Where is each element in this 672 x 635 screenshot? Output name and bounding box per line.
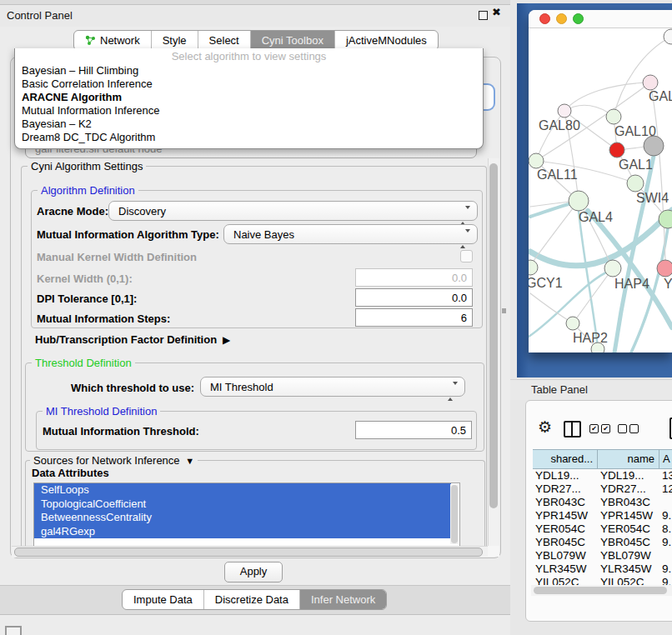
network-node-gcy1[interactable] [529, 260, 538, 275]
cyni-algorithm-settings-title: Cyni Algorithm Settings [28, 160, 146, 172]
network-node-y[interactable] [657, 260, 672, 277]
splitter-handle[interactable] [502, 308, 506, 313]
manual-kernel-checkbox[interactable] [460, 250, 473, 262]
table-panel-header: Table Panel [510, 379, 672, 400]
table-row[interactable]: YDR27...YDR27...12 [533, 482, 672, 496]
checked-box-icon: ✔ [589, 424, 599, 433]
cell [659, 496, 672, 509]
table-horizontal-scrollbar[interactable] [531, 585, 672, 596]
algorithm-option-dream8-dc-tdc-algorithm[interactable]: Dream8 DC_TDC Algorithm [15, 131, 483, 144]
aracne-mode-combo[interactable]: Discovery [108, 201, 478, 221]
tab-jactivemnodules[interactable]: jActiveMNodules [334, 31, 438, 50]
network-node-gal1[interactable] [609, 142, 624, 158]
attribute-item-gal4rgexp[interactable]: gal4RGexp [34, 525, 451, 539]
tab-impute-data-label: Impute Data [133, 590, 193, 609]
network-node-gal80[interactable] [558, 104, 571, 118]
tab-cyni-toolbox[interactable]: Cyni Toolbox [250, 31, 334, 50]
table-row[interactable]: YDL19...YDL19...13 [533, 469, 672, 482]
node-table-header: shared...nameA [533, 449, 672, 469]
network-node-swi4[interactable] [627, 175, 644, 192]
cell: YLR345W [533, 562, 598, 576]
cell: YBR043C [598, 496, 659, 509]
zoom-window-icon[interactable] [573, 13, 584, 24]
table-row[interactable]: YBL079WYBL079W [533, 549, 672, 562]
cell: YDL19... [533, 469, 598, 482]
scrollbar-thumb[interactable] [534, 587, 667, 594]
network-node-gal4[interactable] [569, 191, 589, 211]
network-edge [614, 37, 671, 117]
tab-style[interactable]: Style [151, 31, 198, 50]
gear-button[interactable]: ⚙ [538, 419, 552, 435]
dpi-tolerance-field[interactable]: 0.0 [355, 288, 473, 307]
table-row[interactable]: YBR045CYBR045C9. [533, 536, 672, 549]
kernel-width-field[interactable]: 0.0 [355, 268, 473, 287]
scrollbar-thumb[interactable] [489, 163, 498, 508]
column-header-name[interactable]: name [598, 450, 659, 468]
network-node-gal10[interactable] [606, 109, 621, 124]
attribute-item-selfloops[interactable]: SelfLoops [34, 483, 451, 498]
table-row[interactable]: YBR043CYBR043C [533, 496, 672, 509]
algorithm-option-bayesian-hill-climbing[interactable]: Bayesian – Hill Climbing [15, 64, 483, 78]
split-columns-button[interactable] [564, 421, 581, 438]
deselect-all-columns-button[interactable] [618, 424, 639, 433]
node-label-gal4: GAL4 [579, 210, 613, 224]
spinner-arrows-icon [460, 206, 470, 225]
list-scrollbar[interactable] [450, 484, 459, 544]
table-row[interactable]: YPR145WYPR145W9. [533, 509, 672, 522]
settings-vertical-scrollbar[interactable] [488, 158, 499, 546]
cell: YPR145W [533, 509, 598, 522]
minimize-window-icon[interactable] [556, 13, 567, 24]
network-node-hap2[interactable] [566, 317, 579, 330]
attribute-item-topologicalcoefficient[interactable]: TopologicalCoefficient [34, 498, 451, 512]
dock-icon[interactable] [5, 626, 22, 635]
network-node-gal11[interactable] [529, 153, 544, 168]
tab-infer-network[interactable]: Infer Network [299, 590, 386, 609]
hub-definition-label: Hub/Transcription Factor Definition [35, 333, 217, 346]
network-canvas[interactable]: GALGAL80GAL10GAL1GAL11SWI4GAL4GCY1HAP4YH… [529, 28, 672, 352]
mi-type-combo[interactable]: Naive Bayes [223, 224, 478, 244]
tab-cyni-toolbox-label: Cyni Toolbox [262, 31, 323, 50]
algorithm-option-basic-correlation-inference[interactable]: Basic Correlation Inference [15, 78, 483, 91]
which-threshold-combo[interactable]: MI Threshold [200, 377, 465, 397]
column-header-a[interactable]: A [659, 450, 672, 468]
attribute-item-betweennesscentrality[interactable]: BetweennessCentrality [34, 511, 451, 525]
network-node[interactable] [644, 136, 664, 156]
algorithm-option-aracne-algorithm[interactable]: ARACNE Algorithm [15, 91, 483, 104]
apply-button[interactable]: Apply [224, 562, 283, 582]
network-window-titlebar[interactable] [529, 10, 672, 28]
algorithm-option-bayesian-k2[interactable]: Bayesian – K2 [15, 118, 483, 131]
settings-horizontal-scrollbar[interactable] [12, 546, 488, 558]
mi-type-value: Naive Bayes [233, 228, 294, 241]
node-label-hap4: HAP4 [614, 277, 649, 291]
hub-definition-toggle[interactable]: Hub/Transcription Factor Definition ▶ [35, 333, 230, 346]
network-node[interactable] [664, 29, 672, 44]
mi-threshold-field[interactable]: 0.5 [355, 421, 472, 439]
table-row[interactable]: YER054CYER054C8. [533, 522, 672, 536]
select-all-columns-button[interactable]: ✔ ✔ [589, 424, 610, 433]
table-row[interactable]: YLR345WYLR345W9. [533, 562, 672, 576]
tab-impute-data[interactable]: Impute Data [123, 590, 203, 609]
float-panel-button[interactable] [479, 11, 488, 20]
algorithm-option-mutual-information-inference[interactable]: Mutual Information Inference [15, 104, 483, 118]
node-label-hap2: HAP2 [573, 331, 608, 345]
mi-steps-field[interactable]: 6 [355, 308, 473, 327]
network-node-hap4[interactable] [604, 260, 621, 277]
unchecked-box-icon [629, 424, 639, 433]
spinner-arrows-icon [460, 229, 470, 248]
network-edge [564, 82, 650, 111]
tab-style-label: Style [163, 31, 187, 50]
tab-network[interactable]: Network [74, 31, 151, 50]
which-threshold-value: MI Threshold [210, 381, 273, 393]
sources-toggle[interactable]: Sources for Network Inference ▼ [30, 454, 198, 467]
triangle-right-icon: ▶ [220, 334, 231, 346]
column-header-shared-[interactable]: shared... [533, 450, 598, 468]
scrollbar-thumb[interactable] [14, 548, 483, 557]
close-panel-button[interactable]: ✖ [492, 6, 501, 18]
tab-select[interactable]: Select [198, 31, 250, 50]
network-node[interactable] [591, 342, 604, 352]
close-window-icon[interactable] [539, 13, 550, 24]
tab-discretize-data[interactable]: Discretize Data [203, 590, 299, 609]
network-node-gal[interactable] [643, 75, 658, 90]
network-icon [85, 35, 96, 46]
cell: YBR043C [533, 496, 598, 509]
